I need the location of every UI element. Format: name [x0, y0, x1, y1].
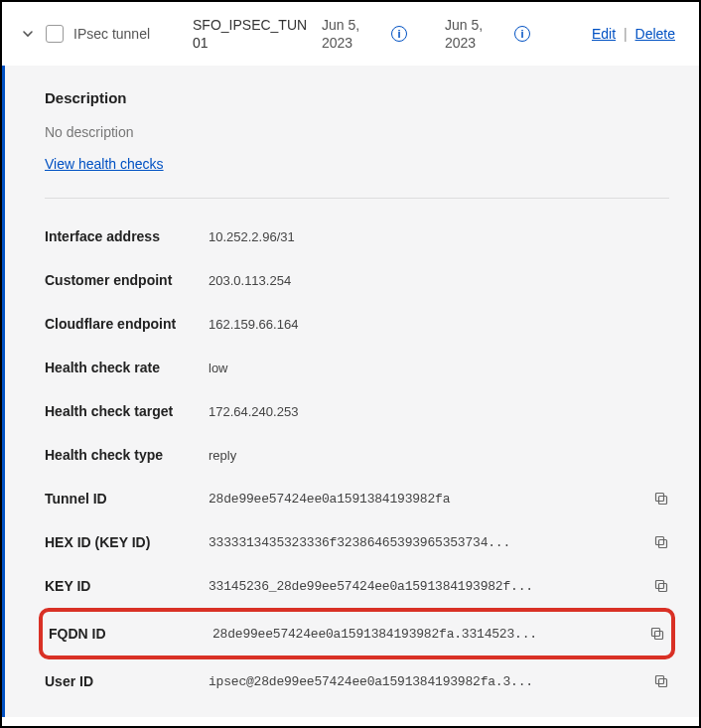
- divider: |: [624, 26, 628, 42]
- field-fqdn-id: FQDN ID 28de99ee57424ee0a1591384193982fa…: [49, 622, 665, 646]
- copy-icon[interactable]: [653, 491, 669, 507]
- highlight-fqdn-id: FQDN ID 28de99ee57424ee0a1591384193982fa…: [39, 608, 675, 659]
- svg-rect-1: [656, 494, 664, 502]
- svg-rect-0: [659, 497, 667, 505]
- field-value: 162.159.66.164: [209, 317, 669, 332]
- field-hex-id: HEX ID (KEY ID) 3333313435323336f3238646…: [45, 530, 669, 554]
- copy-icon[interactable]: [653, 534, 669, 550]
- field-health-check-type: Health check type reply: [45, 443, 669, 467]
- row-actions: Edit | Delete: [592, 26, 681, 42]
- field-value: ipsec@28de99ee57424ee0a1591384193982fa.3…: [209, 674, 643, 689]
- tunnel-row: IPsec tunnel SFO_IPSEC_TUN01 Jun 5, 2023…: [2, 2, 699, 66]
- svg-rect-8: [659, 679, 667, 687]
- field-value: 10.252.2.96/31: [209, 229, 669, 244]
- info-icon[interactable]: i: [514, 26, 530, 42]
- field-value: 203.0.113.254: [209, 273, 669, 288]
- created-date: Jun 5, 2023: [322, 16, 381, 52]
- field-value: 172.64.240.253: [209, 404, 669, 419]
- view-health-checks-link[interactable]: View health checks: [45, 156, 164, 172]
- field-label: KEY ID: [45, 578, 209, 594]
- modified-date: Jun 5, 2023: [445, 16, 504, 52]
- edit-link[interactable]: Edit: [592, 26, 616, 42]
- field-value: 3333313435323336f32386465393965353734...: [209, 535, 643, 550]
- copy-icon[interactable]: [653, 578, 669, 594]
- svg-rect-2: [659, 540, 667, 548]
- field-interface-address: Interface address 10.252.2.96/31: [45, 224, 669, 248]
- field-cloudflare-endpoint: Cloudflare endpoint 162.159.66.164: [45, 312, 669, 336]
- svg-rect-7: [652, 629, 660, 637]
- field-label: Interface address: [45, 228, 209, 244]
- field-value: low: [209, 361, 669, 375]
- field-user-id: User ID ipsec@28de99ee57424ee0a159138419…: [45, 669, 669, 693]
- info-icon[interactable]: i: [391, 26, 407, 42]
- field-label: HEX ID (KEY ID): [45, 534, 209, 550]
- field-value: reply: [209, 448, 669, 463]
- field-label: Health check type: [45, 447, 209, 463]
- description-text: No description: [45, 124, 669, 140]
- field-label: Tunnel ID: [45, 491, 209, 507]
- field-customer-endpoint: Customer endpoint 203.0.113.254: [45, 268, 669, 292]
- field-key-id: KEY ID 33145236_28de99ee57424ee0a1591384…: [45, 574, 669, 598]
- tunnel-type: IPsec tunnel: [73, 26, 183, 42]
- svg-rect-9: [656, 676, 664, 684]
- divider: [45, 198, 669, 199]
- field-label: User ID: [45, 673, 209, 689]
- svg-rect-5: [656, 581, 664, 589]
- field-value: 28de99ee57424ee0a1591384193982fa.3314523…: [212, 627, 639, 642]
- svg-rect-6: [655, 632, 663, 640]
- description-title: Description: [45, 89, 669, 106]
- svg-rect-4: [659, 584, 667, 592]
- field-value: 28de99ee57424ee0a1591384193982fa: [209, 492, 643, 507]
- copy-icon[interactable]: [649, 626, 665, 642]
- field-label: Cloudflare endpoint: [45, 316, 209, 332]
- chevron-down-icon[interactable]: [20, 26, 36, 42]
- field-tunnel-id: Tunnel ID 28de99ee57424ee0a1591384193982…: [45, 487, 669, 510]
- field-label: FQDN ID: [49, 626, 212, 642]
- field-health-check-target: Health check target 172.64.240.253: [45, 399, 669, 423]
- field-health-check-rate: Health check rate low: [45, 356, 669, 379]
- field-value: 33145236_28de99ee57424ee0a1591384193982f…: [209, 579, 643, 594]
- svg-rect-3: [656, 537, 664, 545]
- detail-panel: Description No description View health c…: [2, 66, 699, 717]
- field-label: Health check rate: [45, 360, 209, 375]
- delete-link[interactable]: Delete: [635, 26, 675, 42]
- field-label: Customer endpoint: [45, 272, 209, 288]
- tunnel-name: SFO_IPSEC_TUN01: [193, 16, 312, 52]
- field-label: Health check target: [45, 403, 209, 419]
- copy-icon[interactable]: [653, 673, 669, 689]
- row-checkbox[interactable]: [46, 25, 64, 43]
